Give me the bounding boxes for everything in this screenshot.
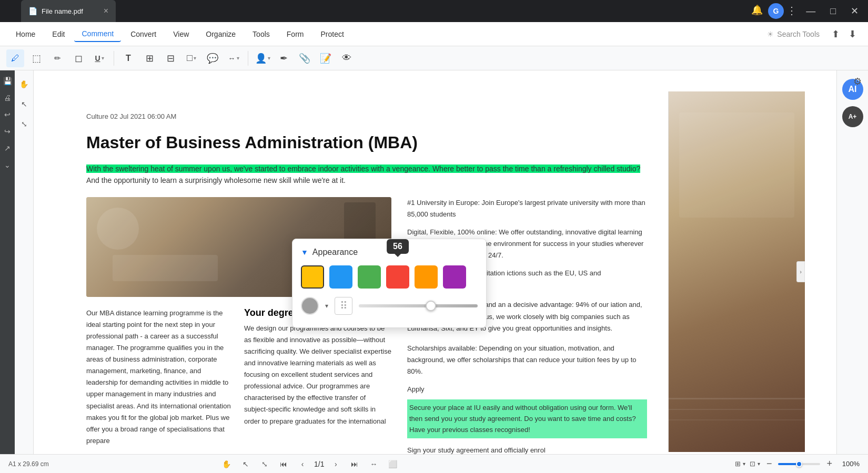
menu-protect[interactable]: Protect [313,27,351,42]
zoom-slider[interactable] [778,463,820,465]
nav-down-button[interactable]: ⬇ [845,27,860,42]
measure-icon: ↔ [228,54,236,63]
menu-convert[interactable]: Convert [123,27,164,42]
fillsign-icon: 📝 [320,53,331,64]
zoom-options-caret: ▾ [743,461,745,467]
left-tb-print-button[interactable]: 🖨 [1,91,14,104]
color-swatch-purple[interactable] [443,265,466,289]
note-icon: ⊟ [167,53,175,64]
toolbar-separator-2 [248,51,248,66]
maximize-button[interactable]: □ [826,4,840,19]
search-tools[interactable]: ☀ Search Tools [767,30,820,38]
user-avatar[interactable]: G [768,3,784,19]
comment-button[interactable]: 💬 [204,49,221,67]
notifications-icon[interactable]: 🔔 [751,4,763,16]
color-swatch-orange[interactable] [415,265,438,289]
pencil-button[interactable]: ✏ [48,49,66,67]
panel-settings-icon[interactable]: ⚙ [853,76,862,87]
lq-hand-button[interactable]: ✋ [17,77,32,91]
tab-title: File name.pdf [42,7,83,15]
underline-button[interactable]: U ▾ [90,49,108,67]
color-swatch-blue[interactable] [329,265,352,289]
menu-bar: Home Edit Comment Convert View Organize … [0,22,868,46]
color-swatch-red[interactable]: 56 [386,265,409,289]
left-quick-bar: ✋ ↖ ⤡ [15,70,34,473]
nav-last-page-button[interactable]: ⏭ [347,457,362,471]
lq-corner-button[interactable]: ⤡ [17,117,32,131]
highlight-tool-button[interactable]: 🖊 [6,49,24,67]
lq-cursor-button[interactable]: ↖ [17,97,32,111]
eraser-icon: ◻ [75,53,83,64]
menu-tools[interactable]: Tools [245,27,277,42]
right-scholarships: Scholarships available: Depending on you… [407,343,647,377]
nav-next-page-button[interactable]: › [328,457,343,471]
view-button[interactable]: 👁 [338,49,356,67]
fit-width-button[interactable]: ↔ [366,457,381,471]
text-enhance-button[interactable]: A+ [842,106,863,127]
window-controls: — □ ✕ [802,0,863,22]
minimize-button[interactable]: — [802,4,820,19]
zoom-slider-handle[interactable] [796,461,802,467]
attach-button[interactable]: 📎 [296,49,314,67]
nav-cursor-mode-button[interactable]: ✋ [219,457,234,471]
menu-comment[interactable]: Comment [74,26,121,42]
color-swatch-row: 56 [301,265,478,289]
nav-select-mode-button[interactable]: ↖ [238,457,253,471]
fit-page-button[interactable]: ⬜ [385,457,400,471]
bottom-bar: A1 x 29.69 cm ✋ ↖ ⤡ ⏮ ‹ 1/1 › ⏭ ↔ ⬜ ⊞ ▾ … [0,454,868,473]
color-swatch-yellow[interactable] [301,265,324,289]
opacity-slider-handle[interactable] [426,301,436,311]
left-tb-redo-button[interactable]: ↪ [1,125,14,138]
nav-fit-button[interactable]: ⤡ [257,457,272,471]
nav-first-page-button[interactable]: ⏮ [276,457,291,471]
fit-options-caret: ▾ [758,461,760,467]
underline-icon: U [95,54,100,63]
right-image-panel: › [668,91,805,452]
left-tb-share-button[interactable]: ↗ [1,142,14,155]
nav-up-button[interactable]: ⬆ [828,27,843,42]
menu-organize[interactable]: Organize [198,27,243,42]
menu-edit[interactable]: Edit [45,27,72,42]
browser-tab[interactable]: 📄 File name.pdf × [21,0,116,22]
shape-button[interactable]: □ ▾ [183,49,200,67]
comment-icon: 💬 [207,53,218,64]
color-swatch-green[interactable] [358,265,381,289]
text-button[interactable]: T [119,49,137,67]
select-area-button[interactable]: ⬚ [27,49,45,67]
pattern-icon: ⠿ [340,300,348,312]
pdf-section-text: We design our programmes and courses to … [244,323,391,427]
tab-close-button[interactable]: × [104,6,108,16]
zoom-in-button[interactable]: + [824,458,834,469]
signature-button[interactable]: ✒ [275,49,292,67]
underline-caret-icon: ▾ [102,55,104,61]
pencil-icon: ✏ [54,54,61,63]
page-indicator: 1/1 [314,460,324,468]
right-bullet-1: #1 University in Europe: Join Europe's l… [407,197,647,220]
close-button[interactable]: ✕ [846,3,863,19]
left-tb-more-button[interactable]: ⌄ [1,159,14,171]
menu-form[interactable]: Form [279,27,311,42]
right-panel-collapse-arrow[interactable]: › [796,261,805,282]
pattern-button[interactable]: ⠿ [335,297,352,315]
fit-options-button[interactable]: ⊡ ▾ [750,460,760,468]
view-icon: 👁 [342,53,351,64]
zoom-out-button[interactable]: − [764,458,774,469]
left-tb-save-button[interactable]: 💾 [1,75,14,87]
color-picker-button[interactable] [301,297,319,315]
zoom-options-button[interactable]: ⊞ ▾ [735,460,745,468]
eraser-button[interactable]: ◻ [69,49,87,67]
more-options-icon[interactable]: ⋮ [786,4,797,17]
fillsign-button[interactable]: 📝 [317,49,335,67]
left-tb-undo-button[interactable]: ↩ [1,108,14,121]
nav-prev-page-button[interactable]: ‹ [295,457,310,471]
opacity-slider-track[interactable] [359,304,478,307]
menu-home[interactable]: Home [8,27,43,42]
measure-button[interactable]: ↔ ▾ [225,49,243,67]
note-button[interactable]: ⊟ [162,49,179,67]
color-picker-caret[interactable]: ▾ [325,302,328,310]
pdf-title: Master of Business Administration (MBA) [86,133,647,152]
zoom-options-icon: ⊞ [735,460,741,468]
stamp-button[interactable]: 👤 ▾ [254,49,271,67]
menu-view[interactable]: View [166,27,196,42]
textbox-button[interactable]: ⊞ [140,49,158,67]
